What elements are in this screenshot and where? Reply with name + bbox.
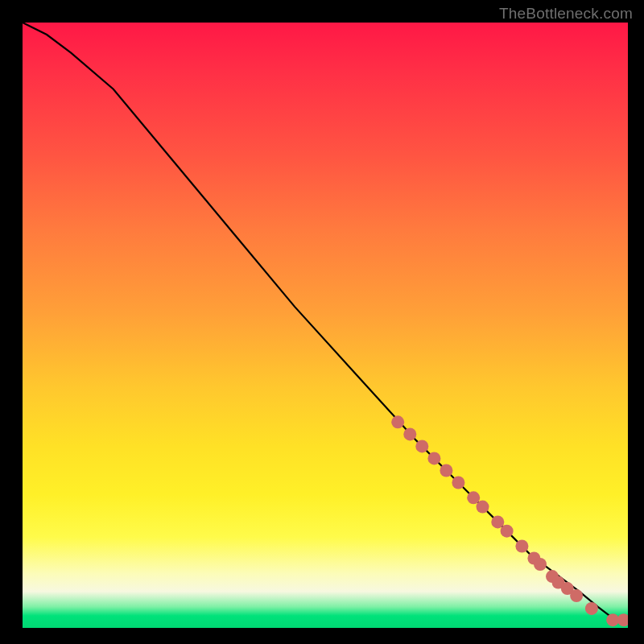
scatter-point [427,452,440,464]
watermark-text: TheBottleneck.com [499,5,633,23]
scatter-point [617,613,628,626]
scatter-point [415,440,428,452]
scatter-point [515,540,528,553]
scatter-point [440,464,452,477]
chart-stage: TheBottleneck.com [0,0,644,644]
curve-line [23,23,628,621]
scatter-point [477,501,489,514]
scatter-point [452,477,464,489]
scatter-point [491,515,504,528]
scatter-point [467,491,480,504]
plot-area [23,23,628,628]
scatter-point [391,415,404,428]
scatter-point [585,602,598,615]
scatter-point [403,427,416,440]
scatter-point [570,589,583,602]
scatter-points [391,415,628,626]
chart-svg [23,23,628,628]
scatter-point [534,558,547,571]
scatter-point [501,525,514,538]
